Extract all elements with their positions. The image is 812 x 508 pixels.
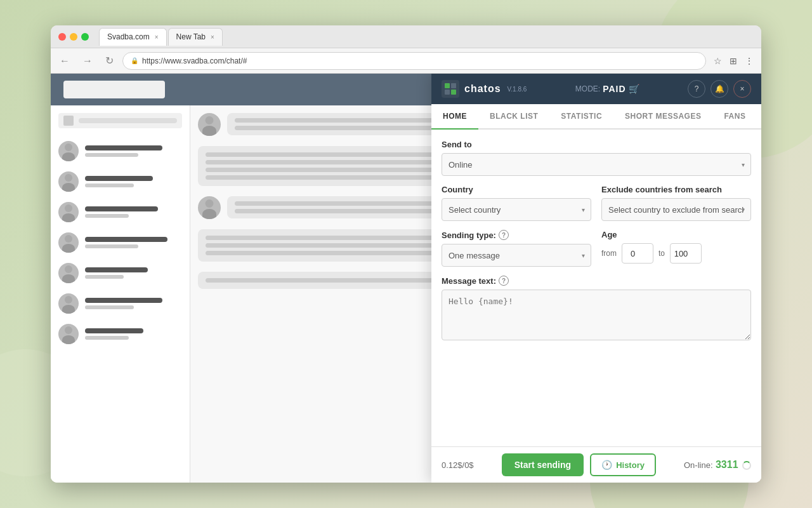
sub-line (85, 153, 138, 157)
sending-type-select[interactable]: One message Multiple messages (442, 244, 591, 267)
history-button[interactable]: 🕐 History (590, 453, 656, 476)
minimize-traffic-light[interactable] (70, 33, 77, 41)
tab-statistic[interactable]: STATISTIC (549, 104, 613, 130)
country-row: Country Select country ▾ Exclude countri… (442, 185, 751, 221)
message-help-icon[interactable]: ? (499, 276, 509, 286)
nav-bar: ← → ↻ 🔒 https://www.svadba.com/chat/# ☆ … (51, 48, 761, 74)
sidebar-search-bar (58, 113, 182, 128)
maximize-traffic-light[interactable] (81, 33, 89, 41)
traffic-lights (58, 33, 89, 41)
sending-type-label: Sending type: ? (442, 230, 591, 240)
chatos-tabs: HOME BLACK LIST STATISTIC SHORT MESSAGES… (431, 104, 761, 130)
sidebar-sq-icon (63, 116, 74, 126)
browser-window: Svadba.com × New Tab × ← → ↻ 🔒 https://w… (51, 25, 761, 483)
country-select[interactable]: Select country (442, 198, 591, 221)
sub-line (85, 275, 124, 279)
tab-blacklist[interactable]: BLACK LIST (478, 104, 549, 130)
online-count: 3311 (716, 459, 738, 470)
tab-fans[interactable]: FANS (712, 104, 757, 130)
bookmark-button[interactable]: ☆ (711, 55, 724, 67)
tab-bar: Svadba.com × New Tab × (99, 28, 754, 46)
avatar (58, 324, 79, 344)
close-icon: × (740, 84, 744, 93)
tab-newtab[interactable]: New Tab × (168, 28, 223, 46)
avatar (58, 232, 79, 253)
site-search-bar (63, 81, 165, 98)
chatos-version: V.1.8.6 (508, 86, 527, 93)
logo-cell-2 (451, 83, 456, 88)
age-field: Age from to (601, 230, 751, 267)
age-from-label: from (601, 249, 617, 258)
chatos-name: chatos (464, 83, 501, 95)
chatos-header-icons: ? 🔔 × (688, 80, 751, 98)
chatos-panel: chatos V.1.8.6 MODE: PAID 🛒 ? 🔔 (431, 74, 761, 483)
tab-svadba-label: Svadba.com (107, 32, 150, 41)
chatos-logo: chatos V.1.8.6 (442, 80, 527, 98)
avatar (198, 196, 221, 219)
sub-line (85, 336, 129, 340)
back-button[interactable]: ← (56, 54, 74, 68)
send-to-field: Send to Online All Offline ▾ (442, 140, 751, 176)
notification-button[interactable]: 🔔 (710, 80, 728, 98)
send-to-select[interactable]: Online All Offline (442, 153, 751, 176)
chatos-logo-icon (442, 80, 459, 98)
country-field: Country Select country ▾ (442, 185, 591, 221)
avatar (198, 113, 221, 136)
sub-line (85, 184, 134, 187)
exclude-country-field: Exclude countries from search Select cou… (601, 185, 751, 221)
mode-value: PAID (603, 84, 625, 94)
type-age-row: Sending type: ? One message Multiple mes… (442, 230, 751, 267)
sending-type-field: Sending type: ? One message Multiple mes… (442, 230, 591, 267)
name-line (85, 206, 158, 211)
age-label: Age (601, 230, 751, 239)
logo-cell-1 (445, 83, 450, 88)
close-traffic-light[interactable] (58, 33, 66, 41)
price-display: 0.12$/0$ (442, 460, 474, 470)
avatar (58, 202, 79, 222)
close-panel-button[interactable]: × (733, 80, 751, 98)
tab-newtab-close[interactable]: × (211, 34, 214, 41)
forward-button[interactable]: → (79, 54, 96, 68)
tab-svadba[interactable]: Svadba.com × (99, 28, 167, 46)
name-line (85, 328, 143, 333)
name-line (85, 298, 162, 303)
tab-home[interactable]: HOME (431, 104, 478, 130)
start-sending-button[interactable]: Start sending (502, 453, 584, 476)
online-label: On-line: (684, 460, 713, 470)
avatar (58, 141, 79, 161)
tab-short-messages[interactable]: SHORT MESSAGES (613, 104, 712, 130)
mode-label: MODE: (575, 84, 600, 93)
chatos-body: Send to Online All Offline ▾ Country (431, 130, 761, 446)
extensions-button[interactable]: ⊞ (727, 55, 740, 67)
address-text: https://www.svadba.com/chat/# (142, 57, 247, 65)
name-line (85, 267, 148, 272)
name-line (85, 176, 153, 181)
sidebar-search-line (79, 118, 177, 123)
sending-type-help-icon[interactable]: ? (499, 230, 509, 240)
help-button[interactable]: ? (688, 80, 705, 98)
site-sidebar (51, 105, 190, 483)
send-to-label: Send to (442, 140, 751, 149)
refresh-button[interactable]: ↻ (102, 53, 117, 68)
age-to-input[interactable] (670, 243, 702, 264)
online-indicator: On-line: 3311 (684, 459, 751, 471)
list-item (58, 288, 182, 319)
list-item (58, 227, 182, 258)
menu-button[interactable]: ⋮ (742, 55, 756, 67)
list-item (58, 319, 182, 349)
message-textarea[interactable] (442, 290, 751, 340)
tab-newtab-label: New Tab (176, 32, 206, 41)
tab-svadba-close[interactable]: × (155, 34, 159, 41)
avatar (58, 171, 79, 192)
title-bar: Svadba.com × New Tab × (51, 25, 761, 48)
browser-content: chatos V.1.8.6 MODE: PAID 🛒 ? 🔔 (51, 74, 761, 483)
country-select-wrapper: Select country ▾ (442, 198, 591, 221)
list-item (58, 136, 182, 166)
avatar (58, 293, 79, 314)
exclude-country-select[interactable]: Select country to exclude from search (601, 198, 751, 221)
cart-icon: 🛒 (629, 84, 639, 94)
address-bar[interactable]: 🔒 https://www.svadba.com/chat/# (122, 52, 706, 70)
age-from-input[interactable] (622, 243, 653, 264)
exclude-label: Exclude countries from search (601, 185, 751, 194)
sub-line (85, 244, 138, 248)
